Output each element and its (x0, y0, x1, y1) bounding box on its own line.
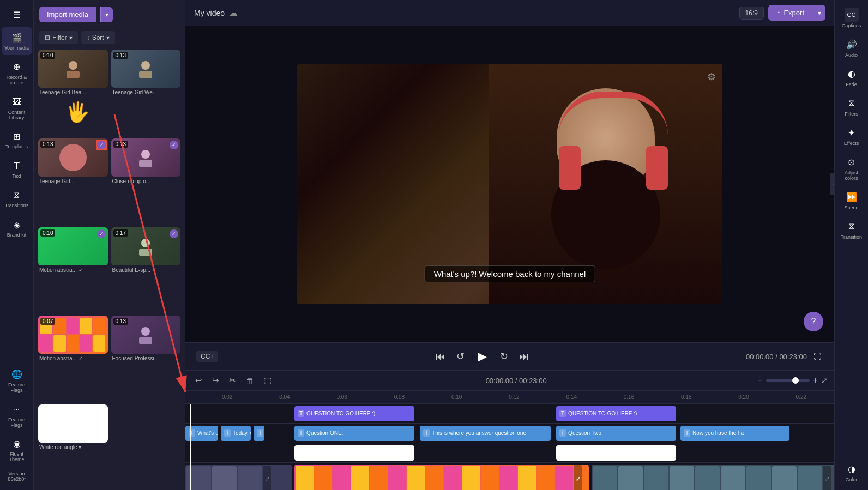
collapse-panel-button[interactable]: ‹ (830, 173, 834, 195)
right-panel-filters[interactable]: ⧖ Filters (836, 93, 867, 120)
export-arrow-button[interactable]: ▾ (813, 5, 825, 21)
duplicate-button[interactable]: ⬚ (261, 374, 275, 387)
filter-icon: ⊟ (45, 34, 50, 41)
captions-icon: CC (845, 8, 859, 22)
track-question-1[interactable]: T QUESTION TO GO HERE :) (294, 406, 414, 421)
zoom-out-button[interactable]: − (757, 376, 762, 385)
media-item-8[interactable]: 0:13 Focused Professi... (111, 316, 181, 401)
media-item-3[interactable]: 0:13 ✓ Teenage Girl... (38, 138, 108, 224)
redo-button[interactable]: ↪ (209, 374, 222, 387)
text-track-icon: T (298, 410, 304, 417)
media-item-5[interactable]: 0:10 ✓ Motion abstra... ✓ (38, 227, 108, 313)
audio-icon: 🔊 (845, 37, 859, 51)
right-panel-captions[interactable]: CC Captions (836, 4, 867, 32)
track-text: What's up? (197, 430, 218, 436)
zoom-thumb[interactable] (792, 377, 799, 384)
track-question-one[interactable]: T Question ONE: (294, 426, 414, 441)
import-media-button[interactable]: Import media (39, 7, 96, 22)
skip-forward-button[interactable]: ⏭ (517, 349, 531, 365)
video-segment-1[interactable]: ⤢ (185, 465, 292, 490)
your-media-label: Your media (4, 46, 29, 51)
sidebar-item-templates[interactable]: ⊞ Templates (2, 126, 32, 153)
right-panel-fade[interactable]: ◐ Fade (836, 63, 867, 90)
play-button[interactable]: ▶ (473, 347, 491, 366)
sidebar-item-transitions[interactable]: ⧖ Transitions (2, 185, 32, 212)
media-item-6[interactable]: 0:17 ✓ Beautiful E-sp... ✓ (111, 227, 181, 313)
ruler-mark-6: 0:14 (543, 394, 600, 400)
media-grid: 0:10 Teenage Girl Bea... 0:13 Teenage Gi… (34, 50, 185, 490)
sidebar-item-brand-kit[interactable]: ◈ Brand kit (2, 214, 32, 241)
video-title[interactable]: My video (194, 9, 225, 17)
expand-timeline-button[interactable]: ⤢ (821, 376, 828, 385)
transition-label: Transition (841, 234, 862, 240)
filter-label: Filter (52, 34, 67, 41)
record-icon: ⊕ (10, 60, 24, 74)
check-badge: ✓ (170, 141, 178, 149)
media-label: Teenage Girl Bea... (38, 89, 108, 95)
media-item-2[interactable]: 0:13 Teenage Girl We... (111, 50, 181, 135)
undo-button[interactable]: ↩ (192, 374, 206, 387)
delete-button[interactable]: 🗑 (243, 374, 257, 387)
aspect-ratio-button[interactable]: 16:9 (739, 7, 764, 20)
filters-label: Filters (845, 111, 858, 117)
ruler-mark-9: 0:20 (715, 394, 772, 400)
track-today[interactable]: T Today, w (221, 426, 251, 441)
languages-label: Feature Flags (4, 383, 30, 394)
content-library-label: ContentLibrary (8, 110, 26, 121)
media-item-9[interactable]: White rectangle ▾ (38, 404, 108, 490)
video-segment-3[interactable]: ⤢ (592, 465, 834, 490)
track-question-2[interactable]: T QUESTION TO GO HERE :) (556, 406, 676, 421)
rewind-button[interactable]: ↺ (454, 348, 467, 365)
fullscreen-button[interactable]: ⛶ (811, 350, 823, 363)
media-item-1[interactable]: 0:10 Teenage Girl Bea... (38, 50, 108, 135)
languages-icon: 🌐 (10, 367, 24, 382)
sidebar-item-feature-flags[interactable]: ··· FeatureFlags (2, 399, 32, 432)
track-text: Today, w (233, 430, 251, 436)
export-button[interactable]: ↑ Export (768, 5, 813, 21)
ruler-mark-4: 0:10 (428, 394, 485, 400)
track-s[interactable]: T s (254, 426, 264, 441)
right-panel-effects[interactable]: ✦ Effects (836, 122, 867, 149)
cut-button[interactable]: ✂ (226, 374, 239, 387)
forward-button[interactable]: ↻ (498, 348, 510, 365)
templates-label: Templates (5, 144, 28, 150)
sidebar-item-content-library[interactable]: 🖼 ContentLibrary (2, 92, 32, 124)
brand-kit-label: Brand kit (7, 233, 27, 238)
right-panel-speed[interactable]: ⏩ Speed (836, 186, 867, 214)
hamburger-icon: ☰ (10, 8, 24, 22)
right-panel-transition[interactable]: ⧖ Transition (836, 216, 867, 243)
zoom-in-button[interactable]: + (813, 376, 818, 385)
help-button[interactable]: ? (804, 312, 823, 331)
track-text: QUESTION TO GO HERE :) (306, 410, 375, 416)
sidebar-item-record-create[interactable]: ⊕ Record &create (2, 57, 32, 89)
right-panel-audio[interactable]: 🔊 Audio (836, 34, 867, 61)
captions-button[interactable]: CC+ (196, 351, 218, 362)
timeline-ruler: 0:02 0:04 0:06 0:08 0:10 0:12 0:14 0:16 … (185, 391, 834, 404)
hamburger-menu[interactable]: ☰ (2, 4, 32, 25)
right-panel-adjust-colors[interactable]: ⊙ Adjustcolors (836, 152, 867, 184)
import-media-arrow-button[interactable]: ▾ (100, 7, 113, 22)
media-panel-header: Import media ▾ (34, 0, 185, 29)
sidebar-item-languages[interactable]: 🌐 Feature Flags (2, 364, 32, 397)
video-segment-2[interactable]: ⤢ (294, 465, 589, 490)
track-question-two[interactable]: T Question Two: (556, 426, 676, 441)
skip-back-button[interactable]: ⏮ (433, 349, 448, 365)
brand-icon: ◈ (10, 217, 24, 232)
ruler-marks: 0:02 0:04 0:06 0:08 0:10 0:12 0:14 0:16 … (198, 394, 830, 400)
sort-button[interactable]: ↕ Sort ▾ (81, 31, 115, 44)
track-answer-one[interactable]: T This is where you answer question one (420, 426, 551, 441)
media-item-4[interactable]: 0:13 ✓ Close-up up o... (111, 138, 181, 224)
sidebar-item-fluent-theme[interactable]: ◉ FluentTheme (2, 433, 32, 466)
text-track-icon: T (298, 429, 304, 437)
right-panel-color[interactable]: ◑ Color (836, 458, 867, 486)
sidebar-item-text[interactable]: T Text (2, 155, 32, 183)
ruler-mark-1: 0:04 (256, 394, 313, 400)
settings-icon[interactable]: ⚙ (707, 71, 716, 83)
sidebar-item-your-media[interactable]: 🎬 Your media (2, 27, 32, 55)
track-now-you-have[interactable]: T Now you have the ha (680, 426, 789, 441)
svg-rect-9 (139, 249, 152, 256)
zoom-slider[interactable] (766, 379, 810, 382)
media-item-7[interactable]: 0:07 Motion abstra... ✓ (38, 316, 108, 401)
sort-chevron-icon: ▾ (106, 34, 110, 41)
filter-button[interactable]: ⊟ Filter ▾ (39, 31, 78, 44)
